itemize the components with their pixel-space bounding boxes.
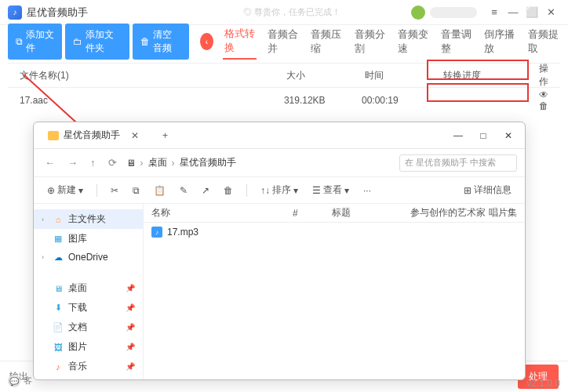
menu-icon[interactable]: ≡ [485, 6, 504, 18]
chat-icon[interactable]: 💬 [8, 375, 20, 387]
explorer-columns: 名称 # 标题 参与创作的艺术家 唱片集 [144, 204, 525, 223]
col-name: 文件名称(1) [20, 69, 286, 82]
progress-percent: 100% [415, 100, 435, 108]
tab-audio-speed[interactable]: 音频变速 [396, 24, 430, 59]
explorer-tab-title: 星优音频助手 [64, 129, 120, 142]
explorer-tab[interactable]: 星优音频助手 ✕ [38, 124, 148, 147]
tab-reverse-play[interactable]: 倒序播放 [482, 24, 516, 59]
app-logo-icon: ♪ [8, 5, 22, 20]
sidebar-item-music[interactable]: ♪音乐📌 [34, 357, 143, 376]
col-album[interactable]: 唱片集 [489, 206, 517, 220]
rename-icon[interactable]: ✎ [176, 183, 191, 198]
tab-audio-compress[interactable]: 音频压缩 [309, 24, 343, 59]
app-title: 星优音频助手 [27, 5, 88, 20]
sidebar-item-home[interactable]: ›⌂主文件夹 [34, 209, 143, 229]
chat-label: 客 [24, 375, 32, 387]
close-button[interactable]: ✕ [541, 6, 560, 18]
user-avatar[interactable] [411, 5, 425, 20]
nav-refresh-icon[interactable]: ⟳ [105, 155, 120, 170]
share-icon[interactable]: ↗ [198, 183, 213, 198]
new-tab-button[interactable]: + [156, 127, 174, 144]
more-button[interactable]: ··· [359, 183, 375, 198]
monitor-icon: 🖥 [126, 158, 136, 169]
explorer-toolbar: ⊕ 新建 ▾ ✂ ⧉ 📋 ✎ ↗ 🗑 ↑↓ 排序 ▾ ☰ 查看 ▾ ··· ⊞ … [34, 177, 525, 204]
explorer-close-button[interactable]: ✕ [498, 130, 519, 141]
tab-close-icon[interactable]: ✕ [131, 130, 139, 141]
col-time: 时间 [365, 69, 443, 82]
add-file-button[interactable]: ⧉ 添加文件 [8, 24, 62, 60]
user-name[interactable] [430, 7, 477, 18]
table-header: 文件名称(1) 大小 时间 转换进度 操作 [8, 63, 560, 88]
delete-icon[interactable]: 🗑 [220, 183, 237, 198]
new-button[interactable]: ⊕ 新建 ▾ [43, 181, 87, 199]
sidebar-item-onedrive[interactable]: ›☁OneDrive [34, 249, 143, 266]
sort-button[interactable]: ↑↓ 排序 ▾ [257, 181, 302, 199]
copy-icon[interactable]: ⧉ [129, 183, 144, 198]
nav-forward-icon[interactable]: → [64, 155, 81, 170]
file-name: 17.aac [20, 95, 284, 106]
tab-audio-merge[interactable]: 音频合并 [266, 24, 300, 59]
nav-back-icon[interactable]: ← [42, 155, 58, 170]
version-bar: v2.1.0.0 [519, 375, 568, 392]
details-button[interactable]: ⊞ 详细信息 [460, 181, 515, 199]
sidebar-item-videos[interactable]: ▶视频📌 [34, 376, 143, 379]
table-row[interactable]: 17.aac 319.12KB 00:00:19 100% 👁🗑 [8, 88, 560, 113]
nav-back-button[interactable]: ‹ [200, 33, 213, 50]
file-size: 319.12KB [284, 95, 362, 106]
add-folder-button[interactable]: 🗀 添加文件夹 [65, 24, 129, 60]
sidebar-item-pictures[interactable]: 🖼图片📌 [34, 337, 143, 357]
sidebar-item-downloads[interactable]: ⬇下载📌 [34, 298, 143, 318]
tab-audio-extract[interactable]: 音频提取 [526, 24, 560, 59]
minimize-button[interactable]: — [504, 6, 522, 18]
clear-audio-button[interactable]: 🗑 清空音频 [133, 24, 189, 60]
tab-audio-split[interactable]: 音频分割 [353, 24, 387, 59]
explorer-sidebar: ›⌂主文件夹 ▦图库 ›☁OneDrive 🖥桌面📌 ⬇下载📌 📄文档📌 🖼图片… [34, 204, 144, 379]
explorer-maximize-button[interactable]: □ [473, 130, 493, 141]
explorer-minimize-button[interactable]: — [448, 130, 468, 141]
explorer-search-input[interactable]: 在 星优音频助手 中搜索 [399, 154, 517, 172]
file-item[interactable]: ♪ 17.mp3 [144, 223, 525, 241]
paste-icon[interactable]: 📋 [150, 183, 169, 198]
explorer-tabbar: 星优音频助手 ✕ + — □ ✕ [34, 122, 525, 149]
crumb-desktop[interactable]: 桌面 [148, 156, 167, 169]
col-num[interactable]: # [293, 208, 332, 219]
app-titlebar: ♪ 星优音频助手 ◎ 尊贵你，任务已完成！ ≡ — ⬜ ✕ [0, 0, 568, 25]
col-progress: 转换进度 [443, 69, 537, 82]
tab-format-convert[interactable]: 格式转换 [223, 24, 257, 60]
version-text: v2.1.0.0 [526, 378, 560, 389]
col-ops: 操作 [537, 62, 548, 89]
status-hint: ◎ 尊贵你，任务已完成！ [243, 6, 340, 18]
file-name: 17.mp3 [167, 227, 198, 238]
sidebar-item-gallery[interactable]: ▦图库 [34, 229, 143, 249]
file-explorer-window: 星优音频助手 ✕ + — □ ✕ ← → ↑ ⟳ 🖥 › 桌面 › 星优音频助手… [33, 122, 526, 380]
explorer-navbar: ← → ↑ ⟳ 🖥 › 桌面 › 星优音频助手 在 星优音频助手 中搜索 [34, 149, 525, 177]
view-button[interactable]: ☰ 查看 ▾ [308, 181, 353, 199]
preview-icon[interactable]: 👁 [539, 89, 548, 100]
sidebar-item-desktop[interactable]: 🖥桌面📌 [34, 278, 143, 298]
col-artist[interactable]: 参与创作的艺术家 [410, 206, 489, 220]
folder-icon [48, 131, 59, 140]
nav-up-icon[interactable]: ↑ [87, 155, 99, 170]
col-name[interactable]: 名称 [151, 206, 293, 220]
mp3-file-icon: ♪ [151, 227, 162, 238]
breadcrumb[interactable]: 🖥 › 桌面 › 星优音频助手 [126, 156, 394, 169]
toolbar: ⧉ 添加文件 🗀 添加文件夹 🗑 清空音频 ‹ 格式转换 音频合并 音频压缩 音… [0, 25, 568, 58]
cut-icon[interactable]: ✂ [107, 183, 122, 198]
sidebar-item-documents[interactable]: 📄文档📌 [34, 318, 143, 337]
maximize-button[interactable]: ⬜ [522, 6, 541, 18]
col-title[interactable]: 标题 [332, 206, 410, 220]
explorer-main: 名称 # 标题 参与创作的艺术家 唱片集 ♪ 17.mp3 [144, 204, 525, 379]
crumb-folder[interactable]: 星优音频助手 [180, 156, 236, 169]
delete-icon[interactable]: 🗑 [539, 100, 548, 111]
tab-volume-adjust[interactable]: 音量调整 [439, 24, 473, 59]
col-size: 大小 [286, 69, 365, 82]
